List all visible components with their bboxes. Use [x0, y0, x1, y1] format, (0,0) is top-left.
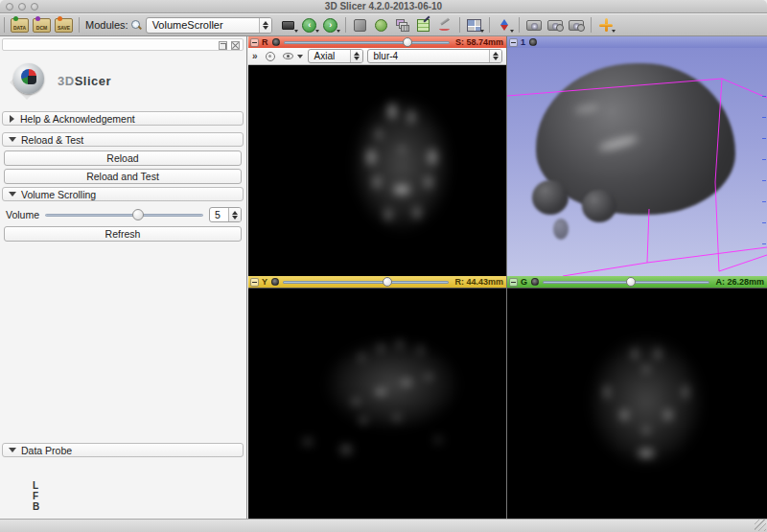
dicom-icon[interactable]: DCM — [33, 18, 51, 33]
module-selector[interactable]: VolumeScroller — [146, 17, 272, 34]
app-window: 3D Slicer 4.2.0-2013-06-10 DATA DCM SAVE… — [0, 0, 767, 532]
window-bottom-edge — [0, 519, 767, 532]
mouse-mode-button[interactable] — [495, 16, 514, 34]
slice-visibility-icon[interactable] — [283, 53, 293, 59]
section-volume-scrolling-label: Volume Scrolling — [21, 189, 96, 200]
axial-offset-slider[interactable] — [284, 37, 450, 47]
volume-spinbox-stepper[interactable] — [228, 208, 241, 221]
sagittal-slider-handle[interactable] — [383, 277, 392, 287]
module-history-button[interactable] — [279, 16, 298, 34]
axial-controls-row: » Axial blur-4 — [248, 48, 506, 65]
visibility-dropdown-icon[interactable] — [297, 55, 303, 58]
volume-selector-stepper[interactable] — [489, 50, 501, 62]
scene-restore-icon — [569, 20, 584, 31]
load-data-label: DATA — [13, 25, 26, 31]
scene-capture-icon — [547, 20, 563, 31]
volume-slider[interactable] — [45, 208, 203, 221]
section-data-probe-label: Data Probe — [21, 445, 72, 456]
spin-icon[interactable] — [529, 38, 537, 46]
coronal-offset-value: A: 26.28mm — [715, 277, 764, 287]
module-search-icon[interactable] — [131, 20, 142, 31]
slicer-logo: 3DSlicer — [8, 58, 111, 104]
sagittal-view[interactable] — [248, 288, 506, 519]
section-reload-test[interactable]: Reload & Test — [2, 132, 244, 147]
pin-icon[interactable] — [250, 38, 259, 47]
pin-icon[interactable] — [509, 38, 518, 47]
combo-stepper-icon[interactable] — [259, 18, 271, 33]
threed-view-bar: 1 — [507, 36, 767, 48]
reload-and-test-button[interactable]: Reload and Test — [4, 169, 242, 184]
coronal-offset-slider[interactable] — [543, 277, 709, 287]
data-module-icon — [354, 19, 366, 32]
orientation-stepper[interactable] — [350, 50, 362, 62]
module-selector-value: VolumeScroller — [147, 19, 259, 31]
view-splitter[interactable] — [506, 36, 507, 519]
coronal-slider-handle[interactable] — [626, 277, 636, 287]
threed-view[interactable] — [507, 48, 767, 276]
sagittal-slice-bar: Y R: 44.43mm — [248, 276, 506, 288]
editor-module-button[interactable] — [414, 16, 433, 34]
volume-label: Volume — [6, 209, 39, 220]
volume-slider-track[interactable] — [45, 214, 203, 217]
undock-panel-icon[interactable] — [219, 41, 227, 50]
collapsed-arrow-icon — [10, 115, 14, 123]
refresh-button[interactable]: Refresh — [4, 226, 242, 242]
volume-selector[interactable]: blur-4 — [367, 49, 502, 63]
toolbar-separator — [459, 17, 460, 33]
toolbar-separator — [519, 17, 520, 33]
volume-spinbox[interactable]: 5 — [209, 207, 242, 222]
visibility-eye-icon[interactable] — [531, 278, 539, 286]
volume-slider-row: Volume 5 — [6, 206, 242, 223]
sagittal-brain-image — [248, 289, 506, 519]
fiducial-arrows-icon — [500, 19, 508, 31]
capture-screenshot-button[interactable] — [524, 16, 544, 34]
pin-icon[interactable] — [250, 278, 259, 287]
save-icon[interactable]: SAVE — [55, 18, 73, 33]
volume-slider-handle[interactable] — [132, 209, 144, 220]
orientation-selector[interactable]: Axial — [308, 49, 363, 63]
main-toolbar: DATA DCM SAVE Modules: VolumeScroller ‹ … — [0, 14, 767, 36]
axial-offset-value: S: 58.74mm — [455, 37, 503, 47]
crosshair-button[interactable] — [596, 16, 616, 34]
sagittal-offset-slider[interactable] — [283, 277, 449, 287]
layout-selector-button[interactable] — [465, 16, 484, 34]
save-label: SAVE — [58, 25, 70, 31]
load-data-icon[interactable]: DATA — [11, 18, 29, 33]
history-icon — [282, 21, 294, 30]
dicom-label: DCM — [36, 25, 47, 31]
visibility-eye-icon[interactable] — [272, 38, 280, 46]
visibility-eye-icon[interactable] — [271, 278, 279, 286]
module-back-button[interactable]: ‹ — [300, 16, 319, 34]
orientation-b-label: B — [33, 501, 39, 512]
section-help-acknowledgement[interactable]: Help & Acknowledgement — [2, 111, 244, 126]
view-layout: R S: 58.74mm » Axial blur-4 — [248, 36, 767, 519]
pin-icon[interactable] — [509, 278, 518, 287]
capture-scene-button[interactable] — [546, 16, 565, 34]
link-views-icon[interactable] — [266, 52, 275, 61]
coronal-marker: G — [521, 277, 527, 287]
axial-slice-bar: R S: 58.74mm — [248, 36, 506, 48]
volumes-module-button[interactable] — [372, 16, 391, 34]
logo-3d-text: 3D — [58, 74, 75, 88]
axial-slider-handle[interactable] — [403, 37, 412, 47]
resize-grip[interactable] — [755, 520, 766, 531]
section-volume-scrolling[interactable]: Volume Scrolling — [2, 187, 244, 201]
expanded-arrow-icon — [9, 192, 16, 197]
toolbar-separator — [591, 17, 592, 33]
sagittal-offset-value: R: 44.43mm — [454, 277, 503, 287]
add-dot-icon — [13, 16, 18, 21]
close-panel-icon[interactable] — [231, 41, 240, 50]
threed-view-label: 1 — [521, 37, 525, 47]
restore-scene-button[interactable] — [567, 16, 586, 34]
markups-module-button[interactable] — [435, 16, 454, 34]
coronal-view[interactable] — [507, 288, 767, 519]
section-data-probe[interactable]: Data Probe — [2, 443, 244, 457]
reload-button[interactable]: Reload — [4, 150, 242, 166]
data-module-button[interactable] — [351, 16, 370, 34]
more-options-chevrons[interactable]: » — [252, 51, 258, 61]
ruler-ticks — [762, 96, 766, 249]
models-module-button[interactable] — [393, 16, 412, 34]
axial-view[interactable] — [248, 65, 506, 276]
screenshot-icon — [526, 20, 542, 31]
module-forward-button[interactable]: › — [321, 16, 340, 34]
